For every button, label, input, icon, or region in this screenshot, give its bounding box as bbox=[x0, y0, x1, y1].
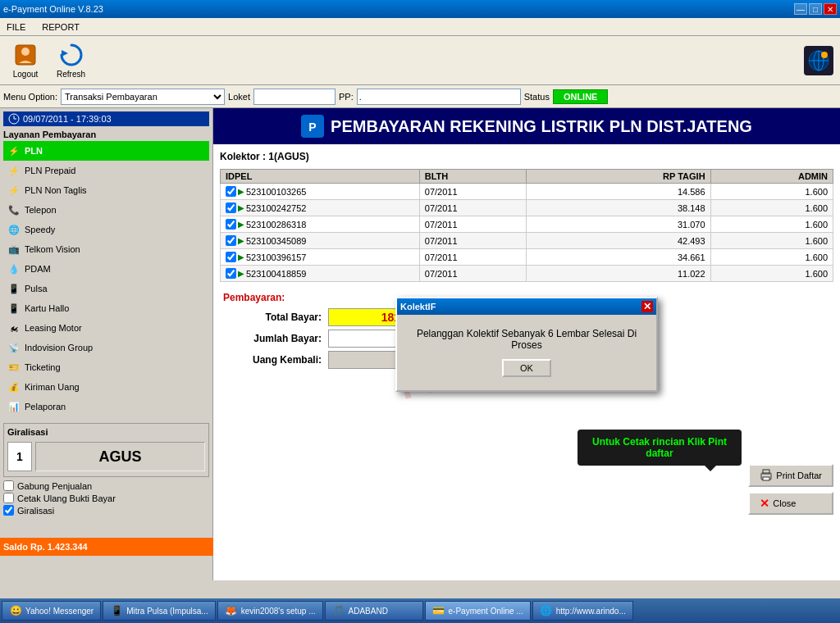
sidebar-item-pdam[interactable]: 💧 PDAM bbox=[3, 259, 209, 279]
globe-icon bbox=[804, 46, 833, 75]
dialog-ok-button[interactable]: OK bbox=[502, 359, 551, 377]
minimize-button[interactable]: — bbox=[794, 3, 807, 15]
taskbar-epayment[interactable]: 💳 e-Payment Online ... bbox=[425, 601, 531, 621]
epayment-icon: 💳 bbox=[432, 604, 445, 617]
giralisasi-number: 1 bbox=[7, 442, 32, 471]
checkboxes-section: Gabung Penjualan Cetak Ulang Bukti Bayar… bbox=[3, 480, 209, 516]
kiriman-uang-label: Kiriman Uang bbox=[25, 382, 80, 392]
arindo-icon: 🌐 bbox=[540, 604, 553, 617]
title-bar-text: e-Payment Online V.8.23 bbox=[3, 4, 103, 14]
leasing-motor-label: Leasing Motor bbox=[25, 323, 82, 333]
status-row: Menu Option: Transaksi Pembayaran Loket … bbox=[0, 85, 840, 108]
kartu-hallo-label: Kartu Hallo bbox=[25, 303, 69, 313]
checkbox-cetak-ulang: Cetak Ulang Bukti Bayar bbox=[3, 493, 209, 503]
sidebar-item-pln-non-taglis[interactable]: ⚡ PLN Non Taglis bbox=[3, 180, 209, 200]
sidebar-item-pulsa[interactable]: 📱 Pulsa bbox=[3, 279, 209, 298]
indovision-label: Indovision Group bbox=[25, 343, 93, 352]
mitra-pulsa-icon: 📱 bbox=[110, 604, 123, 617]
pln-prepaid-icon: ⚡ bbox=[7, 163, 21, 178]
title-bar-buttons: — □ ✕ bbox=[794, 3, 837, 15]
sidebar-item-pln-prepaid[interactable]: ⚡ PLN Prepaid bbox=[3, 161, 209, 180]
giralisasi-title: Giralisasi bbox=[7, 427, 205, 437]
sidebar-item-telepon[interactable]: 📞 Telepon bbox=[3, 200, 209, 220]
telkom-vision-label: Telkom Vision bbox=[25, 244, 80, 254]
menu-option-dropdown[interactable]: Transaksi Pembayaran bbox=[61, 89, 225, 105]
checkbox-cetak-ulang-input[interactable] bbox=[3, 493, 14, 503]
menu-bar: FILE REPORT bbox=[0, 18, 840, 36]
refresh-label: Refresh bbox=[57, 70, 85, 79]
dialog-titlebar: KolektIF ✕ bbox=[397, 298, 656, 315]
menu-file[interactable]: FILE bbox=[3, 20, 29, 34]
svg-point-1 bbox=[21, 48, 30, 56]
pln-label: PLN bbox=[25, 146, 43, 156]
leasing-motor-icon: 🏍 bbox=[7, 321, 21, 335]
checkbox-gabung-penjualan-label: Gabung Penjualan bbox=[17, 481, 92, 491]
pdam-icon: 💧 bbox=[7, 261, 21, 276]
kartu-hallo-icon: 📱 bbox=[7, 301, 21, 316]
toolbar-right bbox=[804, 46, 833, 75]
refresh-button[interactable]: Refresh bbox=[51, 39, 91, 81]
loket-input[interactable] bbox=[253, 89, 336, 105]
taskbar-mitra-pulsa-label: Mitra Pulsa (Impulsa... bbox=[126, 607, 208, 616]
ticketing-icon: 🎫 bbox=[7, 360, 21, 375]
sidebar-item-indovision-group[interactable]: 📡 Indovision Group bbox=[3, 338, 209, 357]
checkbox-gabung-penjualan: Gabung Penjualan bbox=[3, 480, 209, 491]
pp-input[interactable] bbox=[357, 89, 521, 105]
menu-report[interactable]: REPORT bbox=[39, 20, 83, 34]
sidebar-item-leasing-motor[interactable]: 🏍 Leasing Motor bbox=[3, 318, 209, 338]
sidebar-section-title: Layanan Pembayaran bbox=[3, 130, 209, 139]
taskbar-kevin-setup[interactable]: 🦊 kevin2008's setup ... bbox=[217, 601, 323, 621]
logout-button[interactable]: Logout bbox=[7, 39, 44, 81]
sidebar-item-speedy[interactable]: 🌐 Speedy bbox=[3, 220, 209, 239]
pulsa-icon: 📱 bbox=[7, 281, 21, 296]
taskbar-mitra-pulsa[interactable]: 📱 Mitra Pulsa (Impulsa... bbox=[103, 601, 215, 621]
checkbox-giralisasi: Giralisasi bbox=[3, 505, 209, 516]
sidebar: 09/07/2011 - 17:39:03 Layanan Pembayaran… bbox=[0, 108, 213, 580]
giralisasi-name: AGUS bbox=[35, 442, 205, 471]
svg-marker-2 bbox=[62, 50, 68, 57]
sidebar-item-telkom-vision[interactable]: 📺 Telkom Vision bbox=[3, 239, 209, 259]
taskbar-yahoo[interactable]: 😀 Yahoo! Messenger bbox=[2, 601, 101, 621]
telepon-label: Telepon bbox=[25, 205, 57, 215]
title-bar: e-Payment Online V.8.23 — □ ✕ bbox=[0, 0, 840, 18]
close-button[interactable]: ✕ bbox=[824, 3, 837, 15]
datetime-text: 09/07/2011 - 17:39:03 bbox=[23, 114, 112, 124]
taskbar-kevin-label: kevin2008's setup ... bbox=[241, 607, 316, 616]
speedy-label: Speedy bbox=[25, 225, 55, 234]
dialog-message: Pelanggan Kolektif Sebanyak 6 Lembar Sel… bbox=[417, 328, 637, 351]
taskbar-adaband[interactable]: 🎵 ADABAND bbox=[325, 601, 423, 621]
checkbox-gabung-penjualan-input[interactable] bbox=[3, 480, 14, 491]
sidebar-datetime: 09/07/2011 - 17:39:03 bbox=[3, 111, 209, 126]
kiriman-uang-icon: 💰 bbox=[7, 380, 21, 394]
yahoo-icon: 😀 bbox=[9, 604, 22, 617]
giralisasi-row: 1 AGUS bbox=[7, 440, 205, 473]
checkbox-giralisasi-label: Giralisasi bbox=[17, 506, 54, 516]
sidebar-item-ticketing[interactable]: 🎫 Ticketing bbox=[3, 357, 209, 377]
taskbar-yahoo-label: Yahoo! Messenger bbox=[25, 607, 94, 616]
pulsa-label: Pulsa bbox=[25, 284, 48, 293]
toolbar: Logout Refresh bbox=[0, 36, 840, 85]
pln-non-taglis-label: PLN Non Taglis bbox=[25, 185, 87, 195]
pln-prepaid-label: PLN Prepaid bbox=[25, 166, 75, 175]
taskbar-arindo[interactable]: 🌐 http://www.arindo... bbox=[532, 601, 633, 621]
main-layout: 09/07/2011 - 17:39:03 Layanan Pembayaran… bbox=[0, 108, 840, 580]
pln-non-taglis-icon: ⚡ bbox=[7, 183, 21, 198]
pp-label: PP: bbox=[339, 92, 354, 102]
dialog-close-btn[interactable]: ✕ bbox=[641, 301, 653, 312]
pln-icon: ⚡ bbox=[7, 143, 21, 158]
giralisasi-section: Giralisasi 1 AGUS bbox=[3, 423, 209, 477]
saldo-text: Saldo Rp. 1.423.344 bbox=[3, 542, 88, 552]
pelaporan-icon: 📊 bbox=[7, 399, 21, 414]
maximize-button[interactable]: □ bbox=[809, 3, 822, 15]
dialog-title: KolektIF bbox=[400, 302, 436, 312]
sidebar-item-pelaporan[interactable]: 📊 Pelaporan bbox=[3, 397, 209, 416]
checkbox-giralisasi-input[interactable] bbox=[3, 505, 14, 516]
sidebar-item-kartu-hallo[interactable]: 📱 Kartu Hallo bbox=[3, 298, 209, 318]
telkom-vision-icon: 📺 bbox=[7, 242, 21, 257]
pdam-label: PDAM bbox=[25, 264, 51, 274]
dialog-content: Pelanggan Kolektif Sebanyak 6 Lembar Sel… bbox=[397, 315, 656, 390]
taskbar: 😀 Yahoo! Messenger 📱 Mitra Pulsa (Impuls… bbox=[0, 598, 840, 623]
sidebar-item-kiriman-uang[interactable]: 💰 Kiriman Uang bbox=[3, 377, 209, 397]
status-label: Status bbox=[524, 92, 550, 102]
sidebar-item-pln[interactable]: ⚡ PLN bbox=[3, 141, 209, 161]
